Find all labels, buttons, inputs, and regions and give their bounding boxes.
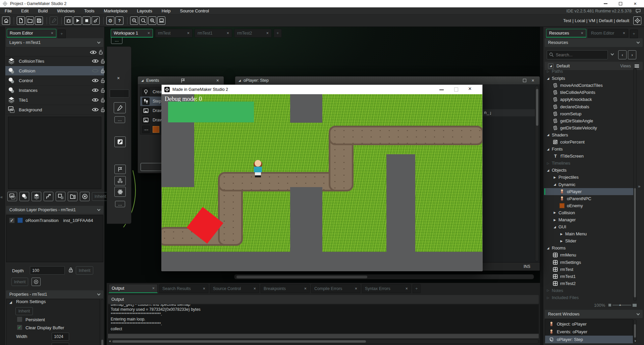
tree-item-oparentnpc[interactable]: oParentNPC [544,195,633,202]
layer-lock-toggle[interactable] [98,68,103,74]
depth-input[interactable] [30,266,65,275]
new-workspace-tab-button[interactable]: + [274,29,282,38]
tab-room-editor-right[interactable]: Room Editor × [588,29,628,38]
tab-close-icon[interactable]: × [184,31,190,36]
recent-windows-header[interactable]: Recent Windows [545,310,643,318]
tab-close-icon[interactable]: × [578,31,583,36]
new-tab-button[interactable]: + [630,30,638,38]
room-properties-header[interactable]: Properties - rmTest1 [6,290,103,298]
brush-tool-button[interactable] [114,102,126,113]
layer-asset-area[interactable] [8,117,101,189]
collapsed-arrow-icon[interactable]: ▷ [546,289,550,292]
layer-row-background[interactable]: Background [5,105,104,115]
target-manager-button[interactable] [633,16,641,25]
feedback-bubble-icon[interactable] [636,9,641,13]
room-width-input[interactable] [52,333,69,341]
layer-lock-toggle[interactable] [98,58,103,64]
layer-visibility-toggle[interactable] [89,59,96,63]
output-tab-source-control[interactable]: Source Control× [210,284,259,293]
more-options-button[interactable]: … [111,37,122,44]
menu-source-control[interactable]: Source Control [175,8,214,13]
tree-item-moveandcontacttiles[interactable]: moveAndContactTiles [544,82,633,89]
tree-item-colorpercent[interactable]: colorPercent [544,138,633,146]
tab-resources[interactable]: Resources × [546,29,586,38]
workspace-tab-workspace-1[interactable]: Workspace 1× [111,29,153,38]
tab-close-icon[interactable]: × [254,286,256,291]
output-tab-output[interactable]: Output× [109,284,158,293]
menu-help[interactable]: Help [157,8,175,13]
settings-button[interactable]: ⚙ [106,16,114,25]
workspace-tab-rmtest1[interactable]: rmTest1× [195,29,232,38]
game-window-titlebar[interactable]: Made in GameMaker Studio 2 × [162,85,482,94]
add-background-layer-button[interactable] [7,192,17,201]
expanded-arrow-icon[interactable]: ◢ [546,133,550,136]
instance-row[interactable]: ✓ oRoomTransition inst_10FFAA64 [6,216,103,225]
workspace-horizontal-scrollbar[interactable] [234,274,534,279]
depth-inherit-button[interactable]: Inherit [76,266,93,275]
expanded-arrow-icon[interactable]: ◢ [553,225,557,229]
add-path-layer-button[interactable] [44,192,53,201]
tab-close-icon[interactable]: × [620,31,625,36]
tree-item-main-menu[interactable]: ▶Main Menu [544,230,633,237]
zoom-slider-thumb[interactable]: ▲ [619,303,622,306]
tab-close-icon[interactable]: × [203,286,205,291]
expanded-arrow-icon[interactable]: ◢ [546,77,550,80]
tree-item-ftitlescreen[interactable]: TfTitleScreen [544,153,633,160]
add-asset-layer-button[interactable] [56,192,65,201]
depth-lock-icon[interactable] [68,267,73,273]
tree-item-shaders[interactable]: ◢Shaders [544,131,633,138]
menu-windows[interactable]: Windows [52,8,79,13]
layer-row-instances[interactable]: Instances [5,85,104,95]
more-tools-button[interactable]: … [114,116,125,123]
tree-item-gui[interactable]: ◢GUI [544,223,633,230]
new-tab-button[interactable]: + [58,30,66,38]
code-window-close-icon[interactable]: × [532,78,534,83]
tree-item-fonts[interactable]: ◢Fonts [544,146,633,153]
fill-tool-button[interactable] [114,136,126,147]
collapsed-arrow-icon[interactable]: ▷ [546,296,550,299]
hidden-window-close-icon[interactable]: × [117,75,120,81]
window-close-button[interactable]: × [634,2,637,5]
recent-scrollbar[interactable]: ▼ [633,319,637,342]
hidden-input[interactable] [110,90,129,98]
menu-build[interactable]: Build [33,8,52,13]
output-log[interactable]: tilemap_get() - couldn't find specified … [108,304,539,333]
more-layers-button[interactable]: … [115,201,125,207]
resources-dropdown[interactable]: Resources [545,38,643,47]
recent-window-object-oplayer[interactable]: Object: oPlayer [545,320,633,328]
new-output-tab-button[interactable]: + [413,284,421,293]
persistent-checkbox[interactable] [17,317,22,322]
tree-item-slider[interactable]: ▶Slider [544,237,633,244]
tree-item-rmtest2[interactable]: rmTest2 [544,280,633,287]
output-tab-breakpoints[interactable]: Breakpoints× [261,284,310,293]
tree-item-timelines[interactable]: ▷Timelines [544,160,633,167]
expanded-arrow-icon[interactable]: ◢ [546,148,550,151]
tab-close-icon[interactable]: × [144,31,150,36]
code-window-titlebar[interactable]: ◢ oPlayer: Step × [235,76,540,85]
tab-room-editor[interactable]: Room Editor × [7,29,56,38]
layer-visibility-toggle[interactable] [89,107,96,112]
home-button[interactable] [2,16,10,25]
layer-lock-toggle[interactable] [98,78,103,83]
tree-item-rmtest1[interactable]: rmTest1 [544,273,633,280]
paint-mode-button[interactable] [50,16,58,25]
menu-edit[interactable]: Edit [16,8,33,13]
code-window-maximize-icon[interactable] [523,79,526,82]
tab-close-icon[interactable]: × [223,31,229,36]
tree-item-oplayer[interactable]: oPlayer [544,188,633,195]
tree-item-projectiles[interactable]: ▶Projectiles [544,174,633,181]
tree-item-paths[interactable]: ▷Paths [544,68,633,75]
tab-close-icon[interactable]: × [263,31,269,36]
room-height-input[interactable] [52,343,69,345]
right-dock-divider[interactable] [540,27,543,345]
events-window-close-icon[interactable]: × [216,78,220,83]
layers-header[interactable]: Layers - rmTest1 [6,38,103,47]
tree-item-roomsetup[interactable]: roomSetup [544,110,633,117]
hamburger-menu-icon[interactable] [634,64,639,68]
collision-layer-properties-header[interactable]: Collision Layer Properties - rmTest1 [6,206,103,214]
recent-window-oplayer-step[interactable]: oPlayer: Step [545,336,633,343]
zoom-reset-button[interactable] [139,16,147,25]
instance-checkbox-checked[interactable]: ✓ [9,218,15,223]
zoom-in-button[interactable] [148,16,156,25]
tree-item-rooms[interactable]: ◢Rooms [544,244,633,251]
